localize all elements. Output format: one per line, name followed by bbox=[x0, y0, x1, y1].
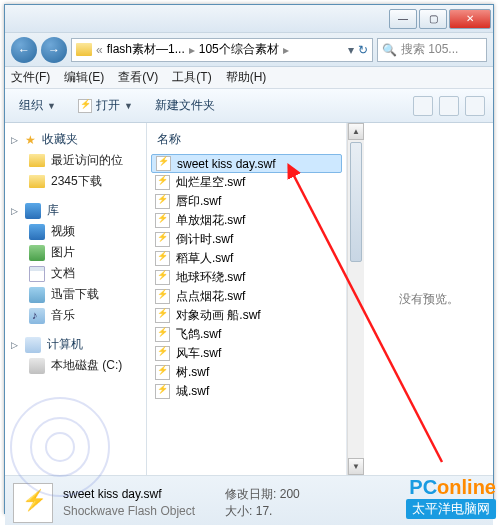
navigation-pane: ▷★收藏夹 最近访问的位 2345下载 ▷库 视频 图片 文档 迅雷下载 音乐 … bbox=[5, 123, 147, 475]
nav-forward-button[interactable]: → bbox=[41, 37, 67, 63]
menu-edit[interactable]: 编辑(E) bbox=[64, 69, 104, 86]
swf-file-icon bbox=[155, 327, 170, 342]
view-mode-button[interactable] bbox=[413, 96, 433, 116]
sidebar-computer[interactable]: ▷计算机 bbox=[9, 334, 142, 355]
scroll-down-button[interactable]: ▼ bbox=[348, 458, 364, 475]
close-button[interactable]: ✕ bbox=[449, 9, 491, 29]
swf-file-icon bbox=[155, 232, 170, 247]
file-name: 飞鸽.swf bbox=[176, 326, 338, 343]
scroll-thumb[interactable] bbox=[350, 142, 362, 262]
file-row[interactable]: 地球环绕.swf bbox=[151, 268, 342, 287]
menu-file[interactable]: 文件(F) bbox=[11, 69, 50, 86]
file-row[interactable]: 稻草人.swf bbox=[151, 249, 342, 268]
search-input[interactable]: 🔍 搜索 105... bbox=[377, 38, 487, 62]
organize-button[interactable]: 组织▼ bbox=[13, 94, 62, 117]
video-icon bbox=[29, 224, 45, 240]
new-folder-button[interactable]: 新建文件夹 bbox=[149, 94, 221, 117]
search-icon: 🔍 bbox=[382, 43, 397, 57]
folder-icon bbox=[76, 43, 92, 56]
swf-file-icon bbox=[155, 175, 170, 190]
sidebar-item-music[interactable]: 音乐 bbox=[9, 305, 142, 326]
selected-file-type: Shockwave Flash Object bbox=[63, 503, 195, 520]
selected-file-name: sweet kiss day.swf bbox=[63, 486, 195, 503]
open-button[interactable]: 打开▼ bbox=[72, 94, 139, 117]
size-value: 17. bbox=[256, 504, 273, 518]
maximize-button[interactable]: ▢ bbox=[419, 9, 447, 29]
file-name: 倒计时.swf bbox=[176, 231, 338, 248]
list-scrollbar[interactable]: ▲ ▼ bbox=[347, 123, 364, 475]
refresh-icon[interactable]: ↻ bbox=[358, 43, 368, 57]
music-icon bbox=[29, 308, 45, 324]
file-row[interactable]: 单放烟花.swf bbox=[151, 211, 342, 230]
titlebar: — ▢ ✕ bbox=[5, 5, 493, 33]
download-icon bbox=[29, 287, 45, 303]
file-row[interactable]: sweet kiss day.swf bbox=[151, 154, 342, 173]
file-name: 唇印.swf bbox=[176, 193, 338, 210]
swf-file-icon bbox=[155, 384, 170, 399]
sidebar-libraries[interactable]: ▷库 bbox=[9, 200, 142, 221]
date-label: 修改日期: bbox=[225, 487, 276, 501]
breadcrumb-seg-1[interactable]: flash素材—1... bbox=[107, 41, 185, 58]
swf-file-icon bbox=[155, 308, 170, 323]
sidebar-item-pictures[interactable]: 图片 bbox=[9, 242, 142, 263]
breadcrumb-seg-2[interactable]: 105个综合素材 bbox=[199, 41, 279, 58]
file-row[interactable]: 城.swf bbox=[151, 382, 342, 401]
swf-file-icon bbox=[155, 365, 170, 380]
menu-help[interactable]: 帮助(H) bbox=[226, 69, 267, 86]
file-row[interactable]: 对象动画 船.swf bbox=[151, 306, 342, 325]
document-icon bbox=[29, 266, 45, 282]
computer-icon bbox=[25, 337, 41, 353]
dropdown-icon[interactable]: ▾ bbox=[348, 43, 354, 57]
scroll-up-button[interactable]: ▲ bbox=[348, 123, 364, 140]
file-list: 名称 sweet kiss day.swf灿烂星空.swf唇印.swf单放烟花.… bbox=[147, 123, 347, 475]
toolbar: 组织▼ 打开▼ 新建文件夹 bbox=[5, 89, 493, 123]
drive-icon bbox=[29, 358, 45, 374]
column-header-name[interactable]: 名称 bbox=[151, 129, 342, 154]
file-row[interactable]: 唇印.swf bbox=[151, 192, 342, 211]
swf-file-icon bbox=[155, 251, 170, 266]
swf-file-icon bbox=[155, 194, 170, 209]
preview-pane: 没有预览。 bbox=[364, 123, 493, 475]
menu-bar: 文件(F) 编辑(E) 查看(V) 工具(T) 帮助(H) bbox=[5, 67, 493, 89]
sidebar-item-documents[interactable]: 文档 bbox=[9, 263, 142, 284]
file-row[interactable]: 飞鸽.swf bbox=[151, 325, 342, 344]
address-bar: ← → « flash素材—1... ▸ 105个综合素材 ▸ ▾ ↻ 🔍 搜索… bbox=[5, 33, 493, 67]
sidebar-item-drive-c[interactable]: 本地磁盘 (C:) bbox=[9, 355, 142, 376]
menu-view[interactable]: 查看(V) bbox=[118, 69, 158, 86]
sidebar-item-recent[interactable]: 最近访问的位 bbox=[9, 150, 142, 171]
file-row[interactable]: 树.swf bbox=[151, 363, 342, 382]
file-name: 城.swf bbox=[176, 383, 338, 400]
watermark: PConline 太平洋电脑网 bbox=[406, 476, 496, 519]
minimize-button[interactable]: — bbox=[389, 9, 417, 29]
file-type-icon bbox=[13, 483, 53, 523]
folder-icon bbox=[29, 175, 45, 188]
menu-tools[interactable]: 工具(T) bbox=[172, 69, 211, 86]
library-icon bbox=[25, 203, 41, 219]
search-placeholder: 搜索 105... bbox=[401, 41, 458, 58]
file-name: 对象动画 船.swf bbox=[176, 307, 338, 324]
file-row[interactable]: 点点烟花.swf bbox=[151, 287, 342, 306]
swf-file-icon bbox=[155, 289, 170, 304]
swf-file-icon bbox=[156, 156, 171, 171]
file-name: 点点烟花.swf bbox=[176, 288, 338, 305]
file-row[interactable]: 倒计时.swf bbox=[151, 230, 342, 249]
sidebar-item-videos[interactable]: 视频 bbox=[9, 221, 142, 242]
file-name: 树.swf bbox=[176, 364, 338, 381]
nav-back-button[interactable]: ← bbox=[11, 37, 37, 63]
swf-file-icon bbox=[155, 346, 170, 361]
breadcrumb[interactable]: « flash素材—1... ▸ 105个综合素材 ▸ ▾ ↻ bbox=[71, 38, 373, 62]
preview-pane-button[interactable] bbox=[439, 96, 459, 116]
file-name: 单放烟花.swf bbox=[176, 212, 338, 229]
sidebar-favorites[interactable]: ▷★收藏夹 bbox=[9, 129, 142, 150]
swf-file-icon bbox=[155, 213, 170, 228]
date-value: 200 bbox=[280, 487, 300, 501]
file-name: sweet kiss day.swf bbox=[177, 157, 337, 171]
file-name: 稻草人.swf bbox=[176, 250, 338, 267]
file-name: 灿烂星空.swf bbox=[176, 174, 338, 191]
sidebar-item-thunder[interactable]: 迅雷下载 bbox=[9, 284, 142, 305]
help-button[interactable] bbox=[465, 96, 485, 116]
sidebar-item-2345[interactable]: 2345下载 bbox=[9, 171, 142, 192]
file-row[interactable]: 风车.swf bbox=[151, 344, 342, 363]
file-row[interactable]: 灿烂星空.swf bbox=[151, 173, 342, 192]
swf-file-icon bbox=[155, 270, 170, 285]
